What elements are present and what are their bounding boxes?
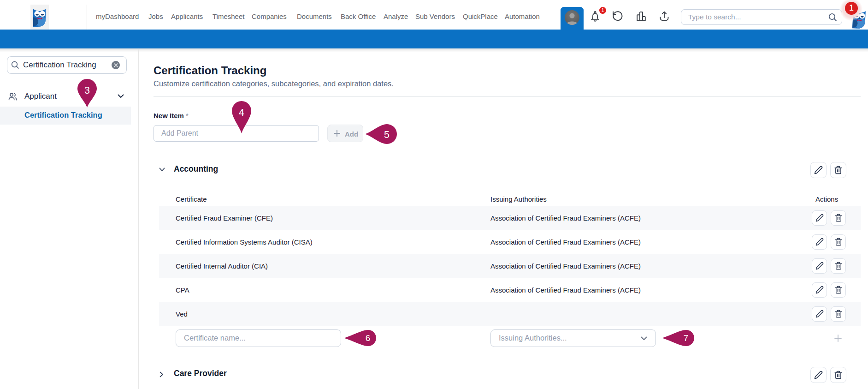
svg-text:4: 4 [239,107,244,118]
svg-text:3: 3 [84,85,90,96]
svg-text:7: 7 [684,333,689,343]
svg-text:6: 6 [366,333,371,343]
svg-text:5: 5 [384,129,390,140]
